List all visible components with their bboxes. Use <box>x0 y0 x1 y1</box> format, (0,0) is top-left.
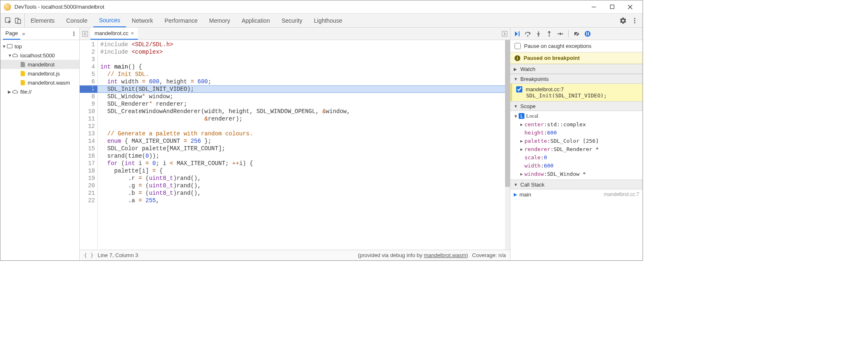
tab-lighthouse[interactable]: Lighthouse <box>308 14 348 27</box>
tab-console[interactable]: Console <box>60 14 93 27</box>
maximize-button[interactable] <box>603 0 621 13</box>
tree-file-mandelbrot-wasm[interactable]: mandelbrot.wasm <box>0 78 79 87</box>
scope-variable[interactable]: scale: 0 <box>510 153 643 161</box>
pause-exceptions-button[interactable] <box>584 31 591 37</box>
code-line[interactable]: SDL_CreateWindowAndRenderer(width, heigh… <box>98 108 510 115</box>
scope-variable[interactable]: ▶renderer: SDL_Renderer * <box>510 145 643 153</box>
tree-file-mandelbrot-js[interactable]: mandelbrot.js <box>0 69 79 78</box>
nav-forward-button[interactable] <box>499 31 510 37</box>
tab-memory[interactable]: Memory <box>204 14 236 27</box>
nav-back-button[interactable] <box>80 31 90 37</box>
file-tab-mandelbrot-cc[interactable]: mandelbrot.cc × <box>90 28 138 40</box>
section-callstack[interactable]: ▼ Call Stack <box>510 180 643 189</box>
tree-top[interactable]: ▼ top <box>0 42 79 51</box>
scope-variable[interactable]: ▶window: SDL_Window * <box>510 170 643 178</box>
code-line[interactable] <box>98 56 510 63</box>
gutter-line[interactable]: 8 <box>80 93 97 100</box>
gutter-line[interactable]: 18 <box>80 167 97 175</box>
resume-button[interactable] <box>514 31 520 37</box>
vertical-scrollbar[interactable] <box>505 40 510 250</box>
breakpoint-checkbox[interactable] <box>516 86 522 92</box>
scope-variable[interactable]: ▶palette: SDL_Color [256] <box>510 137 643 145</box>
code-line[interactable]: SDL_Window* window; <box>98 93 510 100</box>
scope-variable[interactable]: width: 600 <box>510 161 643 170</box>
step-button[interactable] <box>557 31 563 37</box>
gutter-line[interactable]: 15 <box>80 145 97 152</box>
gutter-line[interactable]: 19 <box>80 175 97 182</box>
tab-application[interactable]: Application <box>236 14 276 27</box>
code-line[interactable]: for (int i = 0; i < MAX_ITER_COUNT; ++i)… <box>98 160 510 167</box>
tab-performance[interactable]: Performance <box>159 14 203 27</box>
navigator-overflow-button[interactable]: » <box>20 31 26 37</box>
scope-variable[interactable]: height: 600 <box>510 128 643 137</box>
inspect-element-button[interactable] <box>5 17 12 24</box>
more-button[interactable] <box>631 17 638 24</box>
gutter-line[interactable]: 6 <box>80 78 97 85</box>
code-line[interactable]: int main() { <box>98 63 510 71</box>
code-line[interactable]: #include <complex> <box>98 48 510 56</box>
code-line[interactable]: // Init SDL. <box>98 71 510 78</box>
tab-network[interactable]: Network <box>126 14 159 27</box>
code-line[interactable]: SDL_Color palette[MAX_ITER_COUNT]; <box>98 145 510 152</box>
gutter-line[interactable]: 2 <box>80 48 97 56</box>
step-over-button[interactable] <box>524 31 531 37</box>
code-line[interactable]: .b = (uint8_t)rand(), <box>98 189 510 197</box>
tree-file-mandelbrot[interactable]: mandelbrot <box>0 60 79 69</box>
code-area[interactable]: #include <SDL2/SDL.h>#include <complex>i… <box>98 40 510 250</box>
callstack-frame[interactable]: ▶ main mandelbrot.cc:7 <box>510 189 643 199</box>
navigator-tab-page[interactable]: Page <box>3 28 20 40</box>
code-line[interactable]: // Generate a palette with random colour… <box>98 130 510 137</box>
code-line[interactable]: .g = (uint8_t)rand(), <box>98 182 510 189</box>
gutter[interactable]: 12345678910111213141516171819202122 <box>80 40 98 250</box>
code-editor[interactable]: 12345678910111213141516171819202122 #inc… <box>80 40 510 250</box>
code-line[interactable]: SDL_Init(SDL_INIT_VIDEO); <box>98 85 510 93</box>
settings-button[interactable] <box>619 17 627 24</box>
gutter-line[interactable]: 11 <box>80 115 97 123</box>
breakpoint-row[interactable]: mandelbrot.cc:7 <box>516 86 638 92</box>
gutter-line[interactable]: 13 <box>80 130 97 137</box>
provided-link[interactable]: mandelbrot.wasm <box>424 252 466 258</box>
gutter-line[interactable]: 17 <box>80 160 97 167</box>
gutter-line[interactable]: 12 <box>80 123 97 130</box>
section-watch[interactable]: ▶ Watch <box>510 64 643 74</box>
step-into-button[interactable] <box>535 31 542 37</box>
code-line[interactable]: int width = 600, height = 600; <box>98 78 510 85</box>
scope-local[interactable]: ▼ L Local <box>510 112 643 120</box>
tab-elements[interactable]: Elements <box>25 14 60 27</box>
section-breakpoints[interactable]: ▼ Breakpoints <box>510 74 643 84</box>
step-out-button[interactable] <box>546 31 553 37</box>
deactivate-breakpoints-button[interactable] <box>574 31 580 37</box>
gutter-line[interactable]: 7 <box>80 85 97 93</box>
gutter-line[interactable]: 22 <box>80 197 97 204</box>
pretty-print-button[interactable]: { } <box>84 252 93 258</box>
tree-file-scheme[interactable]: ▶ file:// <box>0 87 79 96</box>
gutter-line[interactable]: 4 <box>80 63 97 71</box>
code-line[interactable]: #include <SDL2/SDL.h> <box>98 41 510 48</box>
tree-host[interactable]: ▼ localhost:5000 <box>0 51 79 60</box>
close-button[interactable] <box>621 0 639 13</box>
navigator-more-button[interactable] <box>71 31 77 37</box>
gutter-line[interactable]: 20 <box>80 182 97 189</box>
code-line[interactable]: SDL_Renderer* renderer; <box>98 100 510 108</box>
code-line[interactable]: palette[i] = { <box>98 167 510 175</box>
gutter-line[interactable]: 3 <box>80 56 97 63</box>
section-scope[interactable]: ▼ Scope <box>510 101 643 111</box>
gutter-line[interactable]: 21 <box>80 189 97 197</box>
device-toolbar-button[interactable] <box>14 17 22 24</box>
scope-variable[interactable]: ▶center: std::complex <box>510 120 643 128</box>
code-line[interactable]: .r = (uint8_t)rand(), <box>98 175 510 182</box>
gutter-line[interactable]: 9 <box>80 100 97 108</box>
gutter-line[interactable]: 14 <box>80 137 97 145</box>
close-tab-button[interactable]: × <box>131 30 134 36</box>
gutter-line[interactable]: 1 <box>80 41 97 48</box>
tab-security[interactable]: Security <box>276 14 308 27</box>
gutter-line[interactable]: 5 <box>80 71 97 78</box>
gutter-line[interactable]: 10 <box>80 108 97 115</box>
gutter-line[interactable]: 16 <box>80 152 97 160</box>
code-line[interactable]: enum { MAX_ITER_COUNT = 256 }; <box>98 137 510 145</box>
code-line[interactable]: &renderer); <box>98 115 510 123</box>
pause-on-caught-checkbox[interactable] <box>515 43 521 49</box>
code-line[interactable]: srand(time(0)); <box>98 152 510 160</box>
tab-sources[interactable]: Sources <box>93 14 126 27</box>
code-line[interactable]: .a = 255, <box>98 197 510 204</box>
